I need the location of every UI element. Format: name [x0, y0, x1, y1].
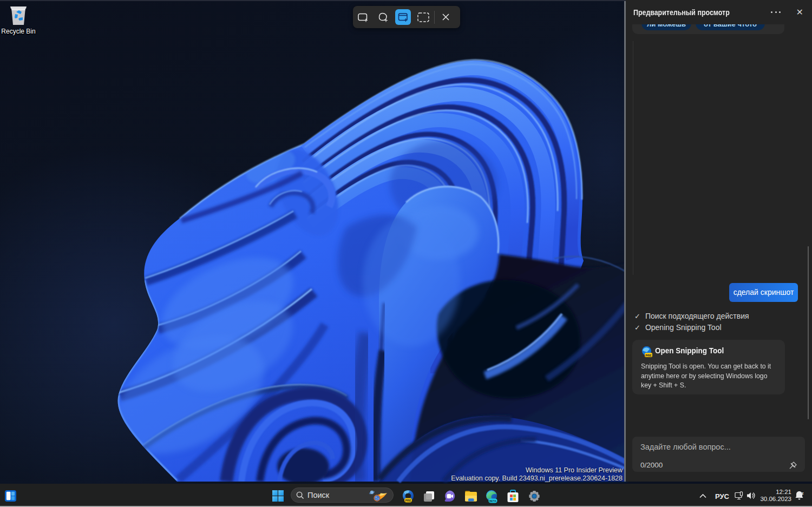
svg-text:BETA: BETA [489, 499, 497, 503]
svg-text:PRE: PRE [405, 499, 411, 502]
svg-text:z: z [802, 491, 804, 495]
svg-text:PRE: PRE [645, 354, 652, 357]
